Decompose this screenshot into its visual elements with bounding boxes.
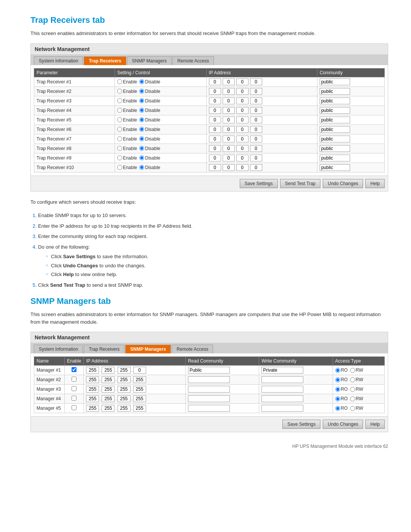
ro-label[interactable]: RO [335, 367, 348, 373]
enable-label[interactable]: Enable [117, 98, 137, 104]
tab-trap-receivers[interactable]: Trap Receivers [84, 56, 126, 65]
snmp-enable-checkbox[interactable] [72, 386, 76, 391]
snmp-write-community-input[interactable] [261, 386, 303, 393]
ip-octet-3[interactable] [250, 97, 262, 104]
rw-radio[interactable] [350, 387, 355, 392]
ip-octet-0[interactable] [209, 78, 221, 85]
ip-octet-0[interactable] [209, 164, 221, 171]
snmp-write-community-input[interactable] [261, 376, 303, 383]
ip-octet-3[interactable] [250, 117, 262, 123]
snmp-enable-checkbox[interactable] [72, 377, 76, 382]
rw-label[interactable]: RW [350, 377, 363, 382]
disable-radio[interactable] [139, 108, 144, 113]
tab-system-information-trap[interactable]: System Information [34, 56, 83, 65]
snmp-enable-checkbox[interactable] [72, 396, 76, 401]
enable-radio[interactable] [117, 155, 122, 160]
snmp-ip-octet-0[interactable] [86, 386, 99, 393]
enable-label[interactable]: Enable [117, 108, 137, 113]
tab-snmp-managers[interactable]: SNMP Managers [125, 345, 171, 353]
disable-radio[interactable] [139, 165, 144, 170]
ip-octet-2[interactable] [236, 126, 249, 133]
enable-radio[interactable] [117, 98, 122, 103]
ip-octet-0[interactable] [209, 107, 221, 114]
enable-label[interactable]: Enable [117, 165, 137, 170]
snmp-read-community-input[interactable] [188, 395, 230, 402]
community-input[interactable] [320, 97, 350, 104]
ip-octet-1[interactable] [223, 117, 235, 123]
community-input[interactable] [320, 107, 350, 114]
disable-label[interactable]: Disable [139, 127, 160, 132]
help-trap-btn[interactable]: Help [365, 179, 385, 188]
rw-label[interactable]: RW [350, 406, 363, 411]
snmp-ip-octet-1[interactable] [102, 376, 115, 383]
enable-radio[interactable] [117, 89, 122, 94]
ro-radio[interactable] [335, 396, 340, 401]
snmp-read-community-input[interactable] [188, 386, 230, 393]
enable-radio[interactable] [117, 165, 122, 170]
ro-radio[interactable] [335, 387, 340, 392]
ip-octet-1[interactable] [223, 126, 235, 133]
ip-octet-3[interactable] [250, 136, 262, 142]
save-settings-trap-btn[interactable]: Save Settings [240, 179, 278, 188]
ip-octet-3[interactable] [250, 145, 262, 152]
ip-octet-2[interactable] [236, 117, 249, 123]
snmp-write-community-input[interactable] [261, 405, 303, 412]
ip-octet-3[interactable] [250, 107, 262, 114]
undo-changes-snmp-btn[interactable]: Undo Changes [323, 420, 363, 429]
snmp-ip-octet-0[interactable] [86, 405, 99, 412]
rw-label[interactable]: RW [350, 367, 363, 373]
snmp-read-community-input[interactable] [188, 405, 230, 412]
disable-label[interactable]: Disable [139, 165, 160, 170]
snmp-ip-octet-2[interactable] [118, 395, 131, 402]
snmp-enable-checkbox[interactable] [72, 367, 76, 372]
ip-octet-3[interactable] [250, 88, 262, 95]
ro-label[interactable]: RO [335, 387, 348, 392]
community-input[interactable] [320, 155, 350, 161]
enable-label[interactable]: Enable [117, 89, 137, 94]
ip-octet-1[interactable] [223, 97, 235, 104]
ro-radio[interactable] [335, 377, 340, 382]
disable-radio[interactable] [139, 79, 144, 84]
rw-label[interactable]: RW [350, 387, 363, 392]
enable-radio[interactable] [117, 108, 122, 113]
snmp-ip-octet-3[interactable] [133, 395, 146, 402]
snmp-ip-octet-2[interactable] [118, 376, 131, 383]
save-settings-snmp-btn[interactable]: Save Settings [282, 420, 320, 429]
snmp-ip-octet-1[interactable] [102, 395, 115, 402]
disable-radio[interactable] [139, 127, 144, 132]
enable-radio[interactable] [117, 79, 122, 84]
snmp-read-community-input[interactable] [188, 367, 230, 374]
community-input[interactable] [320, 117, 350, 123]
enable-label[interactable]: Enable [117, 155, 137, 161]
ip-octet-0[interactable] [209, 97, 221, 104]
community-input[interactable] [320, 78, 350, 85]
rw-radio[interactable] [350, 368, 355, 373]
ip-octet-2[interactable] [236, 155, 249, 161]
snmp-write-community-input[interactable] [261, 395, 303, 402]
tab-remote-access-trap[interactable]: Remote Access [172, 56, 214, 65]
ip-octet-0[interactable] [209, 126, 221, 133]
rw-label[interactable]: RW [350, 396, 363, 401]
undo-changes-trap-btn[interactable]: Undo Changes [323, 179, 363, 188]
ip-octet-1[interactable] [223, 136, 235, 142]
ro-label[interactable]: RO [335, 406, 348, 411]
ip-octet-0[interactable] [209, 117, 221, 123]
ip-octet-1[interactable] [223, 107, 235, 114]
ip-octet-0[interactable] [209, 155, 221, 161]
snmp-ip-octet-0[interactable] [86, 395, 99, 402]
snmp-ip-octet-2[interactable] [118, 405, 131, 412]
disable-radio[interactable] [139, 117, 144, 122]
enable-label[interactable]: Enable [117, 117, 137, 123]
disable-radio[interactable] [139, 136, 144, 141]
snmp-ip-octet-2[interactable] [118, 386, 131, 393]
ro-label[interactable]: RO [335, 396, 348, 401]
ro-radio[interactable] [335, 368, 340, 373]
disable-label[interactable]: Disable [139, 136, 160, 142]
ip-octet-2[interactable] [236, 88, 249, 95]
ip-octet-1[interactable] [223, 164, 235, 171]
ip-octet-0[interactable] [209, 145, 221, 152]
enable-label[interactable]: Enable [117, 127, 137, 132]
snmp-ip-octet-2[interactable] [118, 367, 131, 374]
rw-radio[interactable] [350, 406, 355, 411]
disable-label[interactable]: Disable [139, 155, 160, 161]
